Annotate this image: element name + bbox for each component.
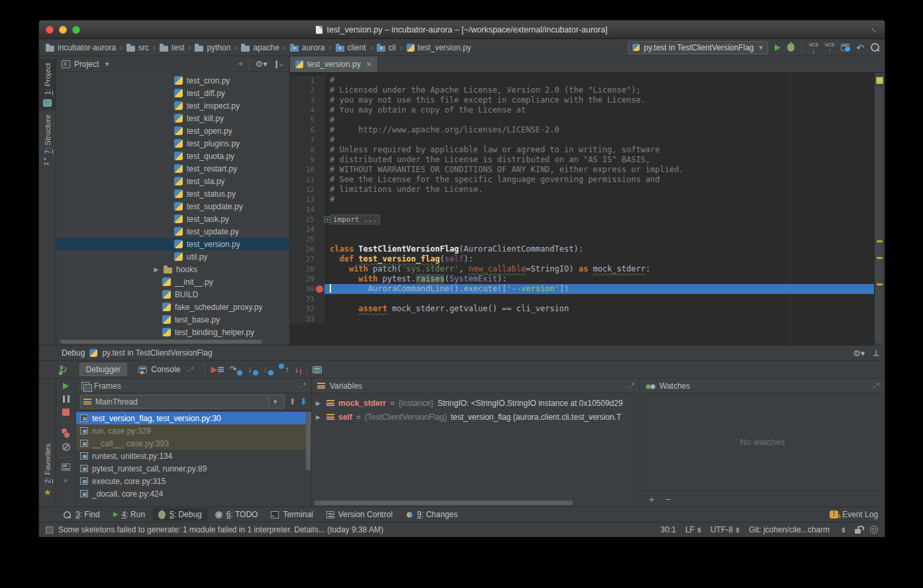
- resume-icon[interactable]: [63, 383, 69, 389]
- breadcrumb-item[interactable]: apache: [241, 43, 279, 52]
- toolwindow-button-terminal[interactable]: Terminal: [266, 509, 318, 520]
- tree-item[interactable]: __init__.py: [56, 275, 289, 288]
- step-over-icon[interactable]: ↷: [229, 364, 242, 375]
- status-message[interactable]: Some skeletons failed to generate: 1 mod…: [58, 525, 383, 534]
- mute-breakpoints-icon[interactable]: [62, 443, 70, 451]
- tree-item[interactable]: test_kill.py: [56, 112, 289, 124]
- gutter-line-number[interactable]: 32: [290, 304, 324, 314]
- git-branch-widget[interactable]: Git: jcohen/clie...charm: [749, 525, 830, 534]
- code-text[interactable]: import ...: [324, 215, 874, 224]
- stack-frame-row[interactable]: run, case.py:329: [76, 424, 311, 437]
- sidebar-tab-favorites[interactable]: 2: Favorites★: [39, 440, 56, 501]
- code-text[interactable]: #: [324, 75, 874, 85]
- toolwindow-button-find[interactable]: 3: Find: [58, 509, 105, 520]
- gutter-line-number[interactable]: 9: [290, 155, 324, 165]
- warning-stripe-mark[interactable]: [877, 283, 883, 285]
- show-execution-point-icon[interactable]: ▶: [211, 364, 224, 375]
- toolwindow-button-run[interactable]: 4: Run: [108, 509, 150, 520]
- expand-arrow-icon[interactable]: ▶: [153, 266, 160, 273]
- code-text[interactable]: [324, 294, 874, 304]
- gutter-line-number[interactable]: 12: [290, 185, 324, 195]
- gutter-line-number[interactable]: 10: [290, 165, 324, 175]
- code-text[interactable]: # limitations under the License.: [324, 185, 874, 195]
- variables-scrollbar[interactable]: [315, 501, 573, 505]
- toolwindow-button-versioncontrol[interactable]: Version Control: [321, 509, 398, 520]
- sidebar-tab-project[interactable]: 1: Project: [39, 59, 56, 111]
- search-icon[interactable]: [871, 43, 879, 52]
- editor-scrollbar[interactable]: [875, 87, 882, 342]
- gutter-line-number[interactable]: 25: [290, 234, 324, 244]
- rerun-icon[interactable]: ↻: [59, 364, 68, 375]
- gutter-line-number[interactable]: 30: [290, 284, 324, 294]
- inspector-icon[interactable]: [870, 526, 878, 534]
- more-icon[interactable]: »: [64, 477, 68, 484]
- breadcrumb-item[interactable]: python: [195, 43, 230, 52]
- code-line[interactable]: 4# You may obtain a copy of the License …: [290, 105, 874, 115]
- stack-frame-row[interactable]: pytest_runtest_call, runner.py:89: [76, 462, 311, 475]
- toolwindow-button-todo[interactable]: 6: TODO: [210, 509, 264, 520]
- tree-item[interactable]: test_base.py: [56, 313, 289, 326]
- remove-watch-button[interactable]: −: [665, 495, 671, 504]
- fold-plus-icon[interactable]: +: [324, 217, 330, 222]
- run-button[interactable]: [775, 44, 781, 51]
- gutter-line-number[interactable]: 7: [290, 135, 324, 145]
- code-text[interactable]: #: [324, 135, 874, 145]
- code-line[interactable]: 11# See the License for the specific lan…: [290, 175, 874, 185]
- code-line[interactable]: 31: [290, 294, 874, 304]
- toolwindow-button-changes[interactable]: 9: Changes: [401, 509, 463, 520]
- code-text[interactable]: # Licensed under the Apache License, Ver…: [324, 85, 874, 95]
- gutter-line-number[interactable]: 27: [290, 254, 324, 264]
- tree-item[interactable]: test_restart.py: [56, 162, 289, 175]
- event-log-button[interactable]: !Event Log: [830, 510, 878, 519]
- tree-item[interactable]: test_status.py: [56, 187, 289, 200]
- project-horizontal-scrollbar[interactable]: [56, 338, 289, 345]
- breadcrumb-item[interactable]: client: [336, 43, 366, 52]
- code-line[interactable]: 9# distributed under the License is dist…: [290, 155, 874, 165]
- breakpoint-icon[interactable]: [316, 285, 323, 293]
- next-frame-button[interactable]: ⬇: [300, 397, 307, 407]
- gutter-line-number[interactable]: 31: [290, 294, 324, 304]
- tab-console[interactable]: Console →*: [132, 363, 199, 376]
- tree-item[interactable]: test_inspect.py: [56, 99, 289, 112]
- stack-frame-row[interactable]: _docall, core.py:424: [76, 487, 311, 500]
- code-line[interactable]: 25: [290, 234, 874, 244]
- code-line[interactable]: 28 with patch('sys.stderr', new_callable…: [290, 264, 874, 274]
- expand-arrow-icon[interactable]: ▶: [316, 414, 322, 420]
- toolwindow-button-debug[interactable]: 5: Debug: [153, 509, 207, 520]
- variable-row[interactable]: ▶mock_stderr = {instance} StringIO: <Str…: [312, 396, 640, 410]
- code-line[interactable]: 8# Unless required by applicable law or …: [290, 145, 874, 155]
- tree-item[interactable]: test_cron.py: [56, 74, 289, 87]
- evaluate-expression-icon[interactable]: [313, 366, 322, 373]
- toggle-toolwindows-icon[interactable]: [46, 526, 53, 534]
- chevron-down-icon[interactable]: ▼: [104, 61, 110, 68]
- vcs-commit-button[interactable]: VCS↑: [825, 42, 834, 53]
- encoding-widget[interactable]: UTF-8: [710, 525, 740, 534]
- code-text[interactable]: [324, 314, 874, 324]
- gutter-line-number[interactable]: 11: [290, 175, 324, 185]
- code-line[interactable]: 26class TestClientVersionFlag(AuroraClie…: [290, 244, 874, 254]
- debug-button[interactable]: [787, 43, 795, 52]
- code-text[interactable]: # distributed under the License is distr…: [324, 155, 874, 165]
- code-text[interactable]: #: [324, 195, 874, 205]
- tree-item[interactable]: test_open.py: [56, 124, 289, 137]
- caret-position[interactable]: 30:1: [661, 525, 676, 534]
- gutter-line-number[interactable]: 4: [290, 105, 324, 115]
- tree-item[interactable]: BUILD: [56, 288, 289, 301]
- variable-row[interactable]: ▶self = {TestClientVersionFlag} test_ver…: [312, 410, 640, 424]
- gutter-line-number[interactable]: 33: [290, 314, 324, 324]
- gutter-line-number[interactable]: 13: [290, 195, 324, 205]
- expand-arrow-icon[interactable]: ▶: [316, 400, 322, 407]
- gutter-line-number[interactable]: 29: [290, 274, 324, 284]
- gutter-line-number[interactable]: 1: [290, 75, 324, 85]
- code-text[interactable]: # http://www.apache.org/licenses/LICENSE…: [324, 125, 874, 135]
- frames-scrollbar[interactable]: [306, 412, 311, 470]
- tree-item[interactable]: test_sla.py: [56, 175, 289, 187]
- gutter-line-number[interactable]: 5: [290, 115, 324, 125]
- code-line[interactable]: 27 def test_version_flag(self):: [290, 254, 874, 264]
- code-line[interactable]: 13#: [290, 195, 874, 205]
- sidebar-tab-structure[interactable]: 7: Structure: [39, 111, 56, 170]
- restore-layout-icon[interactable]: [62, 464, 70, 471]
- gutter-line-number[interactable]: 2: [290, 85, 324, 95]
- force-step-into-icon[interactable]: ↓: [264, 364, 274, 375]
- code-text[interactable]: class TestClientVersionFlag(AuroraClient…: [324, 244, 874, 254]
